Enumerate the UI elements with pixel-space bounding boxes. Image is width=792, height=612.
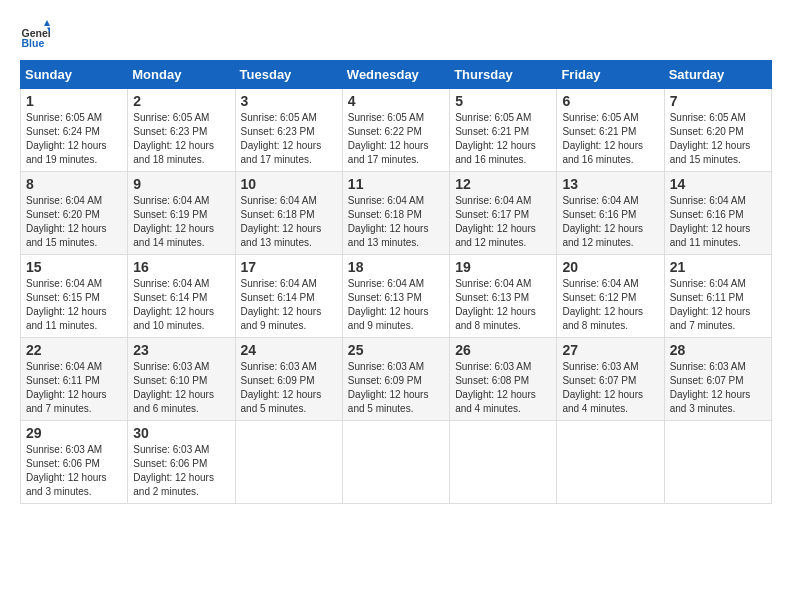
day-number: 2	[133, 93, 229, 109]
calendar-cell: 25 Sunrise: 6:03 AMSunset: 6:09 PMDaylig…	[342, 338, 449, 421]
day-number: 7	[670, 93, 766, 109]
calendar-cell: 23 Sunrise: 6:03 AMSunset: 6:10 PMDaylig…	[128, 338, 235, 421]
day-detail: Sunrise: 6:04 AMSunset: 6:13 PMDaylight:…	[348, 277, 444, 333]
day-number: 25	[348, 342, 444, 358]
day-number: 20	[562, 259, 658, 275]
day-detail: Sunrise: 6:03 AMSunset: 6:06 PMDaylight:…	[26, 443, 122, 499]
calendar-cell: 2 Sunrise: 6:05 AMSunset: 6:23 PMDayligh…	[128, 89, 235, 172]
calendar-cell: 7 Sunrise: 6:05 AMSunset: 6:20 PMDayligh…	[664, 89, 771, 172]
day-detail: Sunrise: 6:03 AMSunset: 6:07 PMDaylight:…	[562, 360, 658, 416]
calendar-cell: 8 Sunrise: 6:04 AMSunset: 6:20 PMDayligh…	[21, 172, 128, 255]
calendar-row-4: 22 Sunrise: 6:04 AMSunset: 6:11 PMDaylig…	[21, 338, 772, 421]
day-number: 21	[670, 259, 766, 275]
calendar-table: Sunday Monday Tuesday Wednesday Thursday…	[20, 60, 772, 504]
day-number: 5	[455, 93, 551, 109]
day-detail: Sunrise: 6:05 AMSunset: 6:23 PMDaylight:…	[241, 111, 337, 167]
calendar-cell: 10 Sunrise: 6:04 AMSunset: 6:18 PMDaylig…	[235, 172, 342, 255]
day-detail: Sunrise: 6:04 AMSunset: 6:14 PMDaylight:…	[133, 277, 229, 333]
calendar-cell: 12 Sunrise: 6:04 AMSunset: 6:17 PMDaylig…	[450, 172, 557, 255]
day-detail: Sunrise: 6:03 AMSunset: 6:06 PMDaylight:…	[133, 443, 229, 499]
calendar-cell	[235, 421, 342, 504]
day-number: 14	[670, 176, 766, 192]
calendar-cell: 28 Sunrise: 6:03 AMSunset: 6:07 PMDaylig…	[664, 338, 771, 421]
day-detail: Sunrise: 6:04 AMSunset: 6:18 PMDaylight:…	[241, 194, 337, 250]
day-detail: Sunrise: 6:05 AMSunset: 6:24 PMDaylight:…	[26, 111, 122, 167]
calendar-cell	[450, 421, 557, 504]
header-sunday: Sunday	[21, 61, 128, 89]
header-thursday: Thursday	[450, 61, 557, 89]
calendar-cell	[664, 421, 771, 504]
calendar-cell: 19 Sunrise: 6:04 AMSunset: 6:13 PMDaylig…	[450, 255, 557, 338]
day-detail: Sunrise: 6:04 AMSunset: 6:11 PMDaylight:…	[26, 360, 122, 416]
day-number: 12	[455, 176, 551, 192]
calendar-cell	[342, 421, 449, 504]
day-detail: Sunrise: 6:04 AMSunset: 6:16 PMDaylight:…	[670, 194, 766, 250]
svg-text:Blue: Blue	[22, 37, 45, 49]
day-number: 16	[133, 259, 229, 275]
calendar-cell: 26 Sunrise: 6:03 AMSunset: 6:08 PMDaylig…	[450, 338, 557, 421]
calendar-cell: 14 Sunrise: 6:04 AMSunset: 6:16 PMDaylig…	[664, 172, 771, 255]
day-detail: Sunrise: 6:03 AMSunset: 6:10 PMDaylight:…	[133, 360, 229, 416]
day-detail: Sunrise: 6:04 AMSunset: 6:18 PMDaylight:…	[348, 194, 444, 250]
calendar-cell: 6 Sunrise: 6:05 AMSunset: 6:21 PMDayligh…	[557, 89, 664, 172]
page-header: General Blue	[20, 20, 772, 50]
day-detail: Sunrise: 6:04 AMSunset: 6:13 PMDaylight:…	[455, 277, 551, 333]
day-number: 24	[241, 342, 337, 358]
day-number: 15	[26, 259, 122, 275]
day-number: 19	[455, 259, 551, 275]
day-number: 10	[241, 176, 337, 192]
day-detail: Sunrise: 6:03 AMSunset: 6:09 PMDaylight:…	[241, 360, 337, 416]
calendar-row-1: 1 Sunrise: 6:05 AMSunset: 6:24 PMDayligh…	[21, 89, 772, 172]
calendar-cell: 3 Sunrise: 6:05 AMSunset: 6:23 PMDayligh…	[235, 89, 342, 172]
day-detail: Sunrise: 6:05 AMSunset: 6:20 PMDaylight:…	[670, 111, 766, 167]
day-detail: Sunrise: 6:04 AMSunset: 6:17 PMDaylight:…	[455, 194, 551, 250]
day-detail: Sunrise: 6:05 AMSunset: 6:21 PMDaylight:…	[562, 111, 658, 167]
calendar-header-row: Sunday Monday Tuesday Wednesday Thursday…	[21, 61, 772, 89]
day-number: 28	[670, 342, 766, 358]
day-number: 22	[26, 342, 122, 358]
calendar-row-3: 15 Sunrise: 6:04 AMSunset: 6:15 PMDaylig…	[21, 255, 772, 338]
day-detail: Sunrise: 6:04 AMSunset: 6:19 PMDaylight:…	[133, 194, 229, 250]
day-number: 1	[26, 93, 122, 109]
calendar-cell: 30 Sunrise: 6:03 AMSunset: 6:06 PMDaylig…	[128, 421, 235, 504]
calendar-cell: 15 Sunrise: 6:04 AMSunset: 6:15 PMDaylig…	[21, 255, 128, 338]
header-friday: Friday	[557, 61, 664, 89]
day-detail: Sunrise: 6:04 AMSunset: 6:12 PMDaylight:…	[562, 277, 658, 333]
logo-icon: General Blue	[20, 20, 50, 50]
calendar-cell: 13 Sunrise: 6:04 AMSunset: 6:16 PMDaylig…	[557, 172, 664, 255]
day-number: 17	[241, 259, 337, 275]
day-number: 11	[348, 176, 444, 192]
header-saturday: Saturday	[664, 61, 771, 89]
calendar-cell: 29 Sunrise: 6:03 AMSunset: 6:06 PMDaylig…	[21, 421, 128, 504]
day-number: 3	[241, 93, 337, 109]
calendar-cell: 21 Sunrise: 6:04 AMSunset: 6:11 PMDaylig…	[664, 255, 771, 338]
calendar-cell: 4 Sunrise: 6:05 AMSunset: 6:22 PMDayligh…	[342, 89, 449, 172]
calendar-cell: 27 Sunrise: 6:03 AMSunset: 6:07 PMDaylig…	[557, 338, 664, 421]
day-number: 13	[562, 176, 658, 192]
day-detail: Sunrise: 6:04 AMSunset: 6:11 PMDaylight:…	[670, 277, 766, 333]
day-number: 30	[133, 425, 229, 441]
calendar-cell	[557, 421, 664, 504]
header-monday: Monday	[128, 61, 235, 89]
calendar-cell: 16 Sunrise: 6:04 AMSunset: 6:14 PMDaylig…	[128, 255, 235, 338]
day-detail: Sunrise: 6:04 AMSunset: 6:20 PMDaylight:…	[26, 194, 122, 250]
day-detail: Sunrise: 6:03 AMSunset: 6:09 PMDaylight:…	[348, 360, 444, 416]
day-number: 4	[348, 93, 444, 109]
day-number: 26	[455, 342, 551, 358]
day-detail: Sunrise: 6:05 AMSunset: 6:22 PMDaylight:…	[348, 111, 444, 167]
day-number: 18	[348, 259, 444, 275]
calendar-cell: 22 Sunrise: 6:04 AMSunset: 6:11 PMDaylig…	[21, 338, 128, 421]
header-tuesday: Tuesday	[235, 61, 342, 89]
day-detail: Sunrise: 6:03 AMSunset: 6:07 PMDaylight:…	[670, 360, 766, 416]
day-number: 27	[562, 342, 658, 358]
calendar-cell: 1 Sunrise: 6:05 AMSunset: 6:24 PMDayligh…	[21, 89, 128, 172]
day-detail: Sunrise: 6:05 AMSunset: 6:21 PMDaylight:…	[455, 111, 551, 167]
calendar-cell: 5 Sunrise: 6:05 AMSunset: 6:21 PMDayligh…	[450, 89, 557, 172]
calendar-cell: 17 Sunrise: 6:04 AMSunset: 6:14 PMDaylig…	[235, 255, 342, 338]
logo: General Blue	[20, 20, 58, 50]
calendar-cell: 18 Sunrise: 6:04 AMSunset: 6:13 PMDaylig…	[342, 255, 449, 338]
calendar-row-5: 29 Sunrise: 6:03 AMSunset: 6:06 PMDaylig…	[21, 421, 772, 504]
day-detail: Sunrise: 6:04 AMSunset: 6:15 PMDaylight:…	[26, 277, 122, 333]
calendar-cell: 24 Sunrise: 6:03 AMSunset: 6:09 PMDaylig…	[235, 338, 342, 421]
svg-marker-2	[44, 20, 50, 26]
